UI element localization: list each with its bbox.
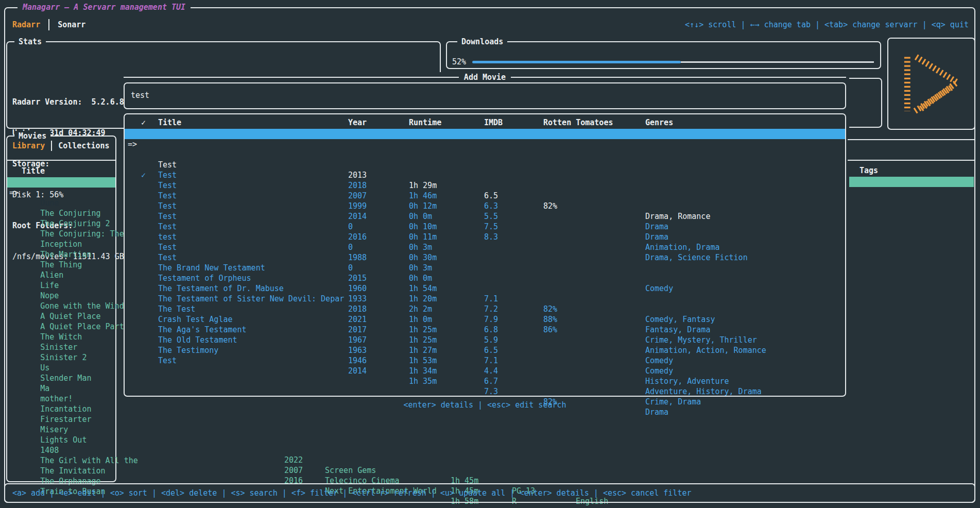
movie-list-item[interactable]: The Conjuring [7, 188, 115, 198]
movies-tab-divider [51, 141, 52, 151]
movie-list-item[interactable]: Incantation [7, 383, 115, 394]
search-result-row[interactable]: Test 0 0h 0m [125, 222, 845, 232]
movie-list-item[interactable]: The Witch [7, 311, 115, 321]
download-progress-gauge [472, 61, 874, 63]
movie-list-item[interactable]: Gone with the Wind [7, 280, 115, 291]
movie-list-item[interactable]: mother! [7, 373, 115, 383]
movie-list-item[interactable]: The Conjuring: The De [7, 208, 115, 218]
download-percent: 52% [452, 57, 466, 67]
tab-sonarr[interactable]: Sonarr [58, 20, 85, 30]
movie-list-item[interactable]: Life [7, 260, 115, 270]
library-selected-row-fragment [849, 177, 974, 187]
results-column-header: Runtime [409, 117, 441, 128]
movie-search-value: test [131, 90, 149, 100]
search-results-rows: => Test 2013 1h 29m 6.5 82% Drama, Roman… [125, 129, 845, 335]
tab-divider [48, 19, 49, 30]
movie-list-item[interactable]: => Dune [7, 177, 115, 188]
movie-list-item[interactable]: Nope [7, 270, 115, 280]
result-imdb-rating: 7.1 [484, 355, 498, 366]
result-genres: Animation, Action, Romance [645, 345, 766, 355]
movie-list-item[interactable]: The Martian [7, 229, 115, 239]
movies-panel: Movies Library Collections Title => Dune… [6, 136, 116, 482]
search-result-row[interactable]: The Brand New Testament 2015 1h 54m 7.1 … [125, 232, 845, 242]
movie-list-item[interactable]: Us [7, 342, 115, 352]
library-table-header-divider-fragment [848, 160, 974, 161]
search-result-row[interactable]: The Testament of Sister New Devil: Depar… [125, 263, 845, 273]
movie-list-item[interactable]: Alien [7, 249, 115, 260]
search-result-row[interactable]: test 0 0h 30m Comedy [125, 201, 845, 211]
movie-list-item[interactable]: The Thing [7, 239, 115, 249]
movie-search-input[interactable]: test [124, 82, 846, 109]
result-genres: Comedy [645, 366, 673, 376]
bottom-keybind-bar: <a> add | <e> edit | <o> sort | <del> de… [4, 483, 975, 503]
movie-list-item[interactable]: A Quiet Place [7, 291, 115, 301]
popup-keybind-hints: <enter> details | <esc> edit search [124, 400, 846, 410]
search-result-row[interactable]: Test 2014 1h 35m 7.3 82% Drama [125, 325, 845, 335]
movie-list-item[interactable]: The Girl with All the [7, 435, 115, 445]
search-result-row[interactable]: Test 0 0h 11m [125, 180, 845, 191]
results-column-header: Genres [645, 117, 673, 128]
hidden-panel-fragment [849, 78, 882, 128]
movie-list-item[interactable]: Lights Out [7, 414, 115, 425]
add-movie-popup-title-row: Add Movie [124, 72, 846, 82]
search-result-row[interactable]: The Test 2021 1h 25m 5.9 Comedy [125, 273, 845, 283]
results-column-header: ✓ [141, 117, 146, 128]
results-column-header: Rotten Tomatoes [543, 117, 613, 128]
search-result-row[interactable]: => Test 2013 1h 29m 6.5 82% Drama, Roman… [125, 129, 845, 139]
managarr-tui-screen: Managarr – A Servarr management TUI Rada… [0, 0, 980, 508]
movie-list-item[interactable]: Sinister 2 [7, 332, 115, 342]
result-genres: Comedy [645, 355, 673, 366]
tab-radarr[interactable]: Radarr [12, 20, 40, 30]
movies-tabs-separator [7, 160, 115, 161]
result-year: 1946 [348, 355, 367, 366]
result-year: 2014 [348, 366, 367, 376]
result-title: The Testimony [158, 345, 347, 355]
library-table-row[interactable]: 2016 Next Entertainment World 1h 58m NR … [0, 465, 980, 476]
movie-list-item[interactable]: Ma [7, 363, 115, 373]
result-genres: Adventure, History, Drama [645, 386, 762, 397]
search-result-row[interactable]: Test 1988 0h 3m [125, 211, 845, 222]
result-runtime: 1h 53m [409, 355, 437, 366]
search-results-table: ✓TitleYearRuntimeIMDBRotten TomatoesGenr… [124, 113, 846, 397]
search-result-row[interactable]: Test 2014 0h 10m 8.3 Drama, Science Fict… [125, 170, 845, 180]
library-table-row[interactable]: 2007 Telecinco Cinema 1h 45m R Spanish 0… [0, 455, 980, 465]
library-table-row[interactable]: 2022 Screen Gems 1h 45m PG-13 English 1.… [0, 445, 980, 455]
movie-list-item[interactable]: Inception [7, 218, 115, 229]
result-runtime: 1h 27m [409, 345, 437, 355]
search-result-row[interactable]: Test 2018 1h 46m 6.3 Drama [125, 139, 845, 149]
result-genres: Crime, Mystery, Thriller [645, 335, 757, 345]
result-runtime: 1h 25m [409, 335, 437, 345]
search-result-row[interactable]: The Aga's Testament 1967 1h 27m 7.1 Hist… [125, 294, 845, 304]
stats-panel-title: Stats [14, 37, 46, 47]
search-result-row[interactable]: The Testament of Dr. Mabuse 1933 2h 2m 7… [125, 252, 845, 263]
movie-list-item[interactable]: Sinister [7, 321, 115, 332]
logo-panel [887, 38, 975, 130]
movie-list-item[interactable]: A Quiet Place Part II [7, 301, 115, 311]
add-movie-popup-title: Add Movie [459, 73, 511, 82]
search-result-row[interactable]: The Old Testament 1963 1h 53m 4.4 Advent… [125, 304, 845, 314]
result-title: The Old Testament [158, 335, 347, 345]
movie-list-item[interactable]: Misery [7, 404, 115, 414]
movie-list-item[interactable]: Slender Man [7, 352, 115, 363]
result-imdb-rating: 7.3 [484, 386, 498, 397]
search-result-row[interactable]: Crash Test Aglae 2017 1h 25m 6.5 Comedy [125, 283, 845, 294]
movie-list-item[interactable]: The Conjuring 2 [7, 198, 115, 208]
search-result-row[interactable]: ✓ Test 2007 0h 12m 5.5 Drama [125, 149, 845, 160]
downloads-panel-title: Downloads [457, 37, 507, 47]
tags-column-header: Tags [859, 165, 878, 176]
search-result-row[interactable]: Test 2016 0h 3m [125, 191, 845, 201]
movie-list-item[interactable]: 1408 [7, 425, 115, 435]
search-result-row[interactable]: Testament of Orpheus 1960 1h 20m 7.2 88%… [125, 242, 845, 252]
tab-library[interactable]: Library [12, 141, 45, 151]
movie-list-item[interactable]: Firestarter [7, 394, 115, 404]
result-runtime: 1h 35m [409, 376, 437, 386]
top-keybind-hints: <↑↓> scroll | ←→ change tab | <tab> chan… [685, 20, 969, 30]
result-title: Test [158, 355, 347, 366]
search-result-row[interactable]: Test 1999 0h 0m 7.5 Animation, Drama [125, 160, 845, 170]
movies-tabs: Library Collections [12, 141, 110, 151]
tab-collections[interactable]: Collections [58, 141, 109, 151]
search-result-row[interactable]: The Testimony 1946 1h 34m 6.7 Crime, Dra… [125, 314, 845, 325]
results-column-header: Year [348, 117, 367, 128]
servarr-tabs: Radarr Sonarr [12, 19, 85, 31]
movies-panel-title: Movies [14, 131, 50, 141]
